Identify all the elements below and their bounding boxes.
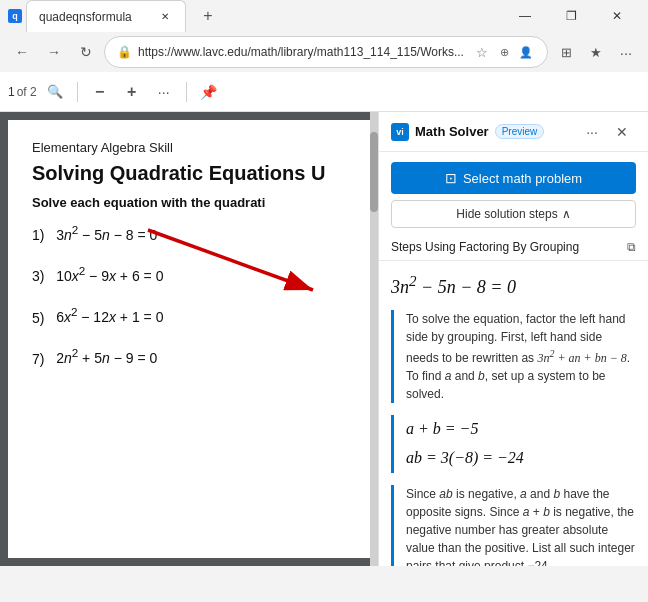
scrollbar-thumb[interactable] <box>370 132 378 212</box>
more-pdf-options-button[interactable]: ··· <box>150 78 178 106</box>
tab-favicon: q <box>8 9 22 23</box>
favorites-button[interactable]: ★ <box>582 38 610 66</box>
collections-icon[interactable]: ⊕ <box>495 43 513 61</box>
problem-number-1: 1) <box>32 227 44 243</box>
pdf-problem-3: 3) 10x2 − 9x + 6 = 0 <box>32 263 346 286</box>
problem-number-7: 7) <box>32 350 44 366</box>
math-solver-panel: vi Math Solver Preview ··· ✕ ⊡ Select ma… <box>378 112 648 566</box>
toolbar-separator <box>77 82 78 102</box>
solution-text-2: Since ab is negative, a and b have the o… <box>391 485 636 566</box>
pdf-problem-7: 7) 2n2 + 5n − 9 = 0 <box>32 346 346 369</box>
main-content: Elementary Algebra Skill Solving Quadrat… <box>0 112 648 566</box>
tab-close-button[interactable]: ✕ <box>157 9 173 25</box>
url-bar-icons: ☆ ⊕ 👤 <box>473 43 535 61</box>
pdf-page: Elementary Algebra Skill Solving Quadrat… <box>8 120 370 558</box>
inline-math-1: 3n2 + an + bn − 8 <box>537 351 626 365</box>
solver-more-button[interactable]: ··· <box>578 118 606 146</box>
step-eq-2: ab = 3(−8) = −24 <box>406 444 636 473</box>
solver-close-button[interactable]: ✕ <box>608 118 636 146</box>
refresh-button[interactable]: ↻ <box>72 38 100 66</box>
zoom-out-button[interactable]: − <box>86 78 114 106</box>
pdf-main-heading: Solving Quadratic Equations U <box>32 161 346 185</box>
pdf-subheading: Solve each equation with the quadrati <box>32 195 346 210</box>
toolbar-separator-2 <box>186 82 187 102</box>
problem-equation-5: 6x2 − 12x + 1 = 0 <box>56 309 163 325</box>
close-button[interactable]: ✕ <box>594 0 640 32</box>
problem-equation-3: 10x2 − 9x + 6 = 0 <box>56 268 163 284</box>
pdf-scrollbar[interactable] <box>370 112 378 566</box>
url-text: https://www.lavc.edu/math/library/math11… <box>138 45 467 59</box>
window-controls: — ❐ ✕ <box>502 0 640 32</box>
solver-logo: vi <box>391 123 409 141</box>
profile-icon[interactable]: 👤 <box>517 43 535 61</box>
minimize-button[interactable]: — <box>502 0 548 32</box>
page-number: 1 of 2 <box>8 85 37 99</box>
pdf-toolbar: 1 of 2 🔍 − + ··· 📌 <box>0 72 648 112</box>
restore-button[interactable]: ❐ <box>548 0 594 32</box>
main-math-equation: 3n2 − 5n − 8 = 0 <box>391 273 636 298</box>
lock-icon: 🔒 <box>117 45 132 59</box>
star-icon[interactable]: ☆ <box>473 43 491 61</box>
url-input[interactable]: 🔒 https://www.lavc.edu/math/library/math… <box>104 36 548 68</box>
steps-title-row: Steps Using Factoring By Grouping ⧉ <box>379 236 648 261</box>
external-link-icon[interactable]: ⧉ <box>627 240 636 254</box>
step-equations: a + b = −5 ab = 3(−8) = −24 <box>391 415 636 473</box>
pdf-panel: Elementary Algebra Skill Solving Quadrat… <box>0 112 378 566</box>
tab-label: quadeqnsformula <box>39 10 149 24</box>
problem-number-3: 3) <box>32 268 44 284</box>
zoom-in-button[interactable]: + <box>118 78 146 106</box>
step-eq-1: a + b = −5 <box>406 415 636 444</box>
problem-equation-1: 3n2 − 5n − 8 = 0 <box>56 227 157 243</box>
new-tab-button[interactable]: + <box>194 2 222 30</box>
forward-button[interactable]: → <box>40 38 68 66</box>
preview-badge: Preview <box>495 124 545 139</box>
steps-title: Steps Using Factoring By Grouping <box>391 240 579 254</box>
browser-actions: ⊞ ★ ··· <box>552 38 640 66</box>
select-math-problem-button[interactable]: ⊡ Select math problem <box>391 162 636 194</box>
solver-header-actions: ··· ✕ <box>578 118 636 146</box>
solver-content[interactable]: 3n2 − 5n − 8 = 0 To solve the equation, … <box>379 261 648 566</box>
address-bar: ← → ↻ 🔒 https://www.lavc.edu/math/librar… <box>0 32 648 72</box>
more-tools-button[interactable]: ··· <box>612 38 640 66</box>
solver-header: vi Math Solver Preview ··· ✕ <box>379 112 648 152</box>
search-pdf-button[interactable]: 🔍 <box>41 78 69 106</box>
browser-tab[interactable]: quadeqnsformula ✕ <box>26 0 186 32</box>
pin-button[interactable]: 📌 <box>195 78 223 106</box>
problem-equation-7: 2n2 + 5n − 9 = 0 <box>56 350 157 366</box>
solution-text-1: To solve the equation, factor the left h… <box>391 310 636 403</box>
hide-solution-steps-button[interactable]: Hide solution steps ∧ <box>391 200 636 228</box>
solver-title: Math Solver <box>415 124 489 139</box>
extensions-button[interactable]: ⊞ <box>552 38 580 66</box>
pdf-problem-5: 5) 6x2 − 12x + 1 = 0 <box>32 305 346 328</box>
chevron-up-icon: ∧ <box>562 207 571 221</box>
back-button[interactable]: ← <box>8 38 36 66</box>
pdf-skill-title: Elementary Algebra Skill <box>32 140 346 155</box>
select-icon: ⊡ <box>445 170 457 186</box>
problem-number-5: 5) <box>32 309 44 325</box>
title-bar: q quadeqnsformula ✕ + — ❐ ✕ <box>0 0 648 32</box>
pdf-problem-1: 1) 3n2 − 5n − 8 = 0 <box>32 222 346 245</box>
